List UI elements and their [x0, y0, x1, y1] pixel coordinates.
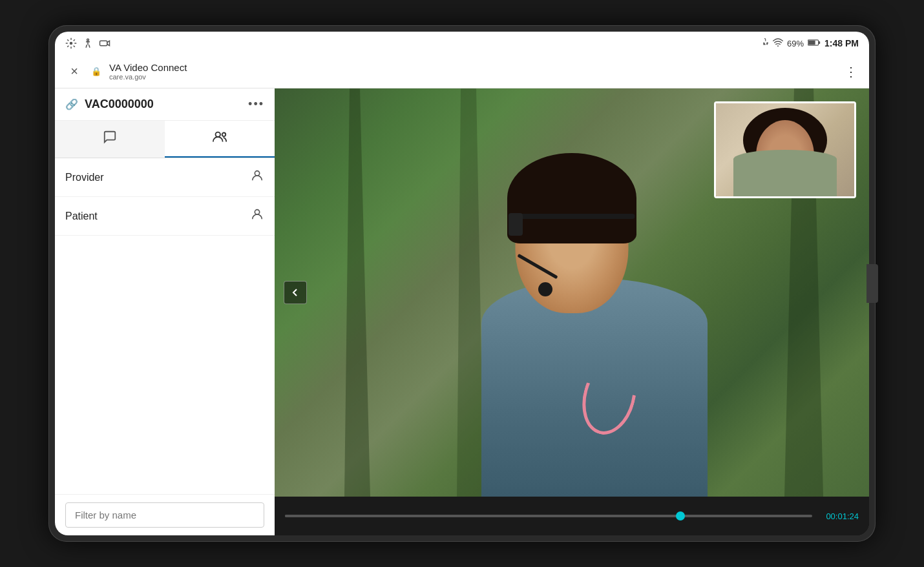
browser-close-button[interactable]: ×: [65, 63, 83, 81]
link-icon: 🔗: [65, 98, 78, 110]
svg-point-1: [87, 39, 89, 41]
more-options-button[interactable]: •••: [248, 98, 264, 111]
svg-point-8: [216, 132, 220, 137]
participant-list: Provider Patient: [55, 158, 275, 494]
browser-url: care.va.gov: [109, 73, 187, 81]
status-icons-left: [65, 37, 110, 49]
progress-bar[interactable]: [285, 515, 812, 517]
session-header: 🔗 VAC0000000 •••: [55, 88, 275, 121]
patient-icon: [250, 207, 264, 225]
browser-title-area: VA Video Connect care.va.gov: [109, 62, 187, 81]
tab-participants[interactable]: [165, 121, 275, 158]
pip-video: [714, 101, 856, 198]
time-display: 1:48 PM: [824, 38, 859, 48]
participant-patient: Patient: [55, 197, 275, 236]
mute-icon: [760, 38, 769, 49]
svg-rect-7: [808, 40, 815, 45]
browser-menu-button[interactable]: ⋮: [845, 64, 859, 79]
hardware-side-button: [866, 264, 869, 303]
video-area: 00:01:24: [275, 88, 869, 535]
progress-dot: [676, 511, 685, 521]
settings-icon: [65, 37, 77, 49]
browser-title: VA Video Connect: [109, 62, 187, 73]
svg-marker-3: [107, 41, 110, 46]
tablet-device: 69% 1:48 PM × 🔒 VA Video Connect care.: [48, 25, 876, 542]
main-content: 🔗 VAC0000000 •••: [55, 88, 869, 535]
time-elapsed: 00:01:24: [820, 511, 859, 521]
lock-icon: 🔒: [91, 67, 101, 76]
filter-area: [55, 494, 275, 535]
participant-provider: Provider: [55, 158, 275, 197]
tablet-screen: 69% 1:48 PM × 🔒 VA Video Connect care.: [55, 32, 869, 535]
filter-input[interactable]: [65, 502, 264, 528]
svg-point-11: [255, 210, 259, 214]
video-main: [275, 88, 869, 497]
tab-chat[interactable]: [55, 121, 165, 158]
accessibility-icon: [82, 37, 94, 49]
provider-icon: [250, 169, 264, 186]
video-controls: 00:01:24: [275, 497, 869, 535]
wifi-icon: [773, 38, 783, 49]
status-right-area: 69% 1:48 PM: [760, 38, 859, 49]
patient-name: Patient: [65, 211, 250, 222]
session-id: VAC0000000: [85, 98, 248, 111]
provider-name: Provider: [65, 172, 250, 183]
svg-point-0: [70, 42, 73, 45]
battery-icon: [808, 39, 821, 48]
collapse-sidebar-button[interactable]: [284, 281, 307, 304]
svg-rect-2: [100, 41, 107, 46]
browser-bar: × 🔒 VA Video Connect care.va.gov ⋮: [55, 55, 869, 88]
svg-rect-6: [819, 41, 821, 43]
progress-fill: [285, 515, 680, 517]
left-panel: 🔗 VAC0000000 •••: [55, 88, 275, 535]
camera-icon: [99, 37, 110, 49]
battery-percent: 69%: [787, 39, 804, 48]
chat-tab-icon: [103, 130, 117, 147]
svg-point-9: [222, 133, 226, 137]
tab-bar: [55, 121, 275, 158]
participants-tab-icon: [212, 130, 227, 147]
svg-point-10: [255, 171, 259, 176]
pip-person: [716, 103, 854, 196]
status-bar: 69% 1:48 PM: [55, 32, 869, 55]
svg-point-4: [777, 45, 779, 46]
